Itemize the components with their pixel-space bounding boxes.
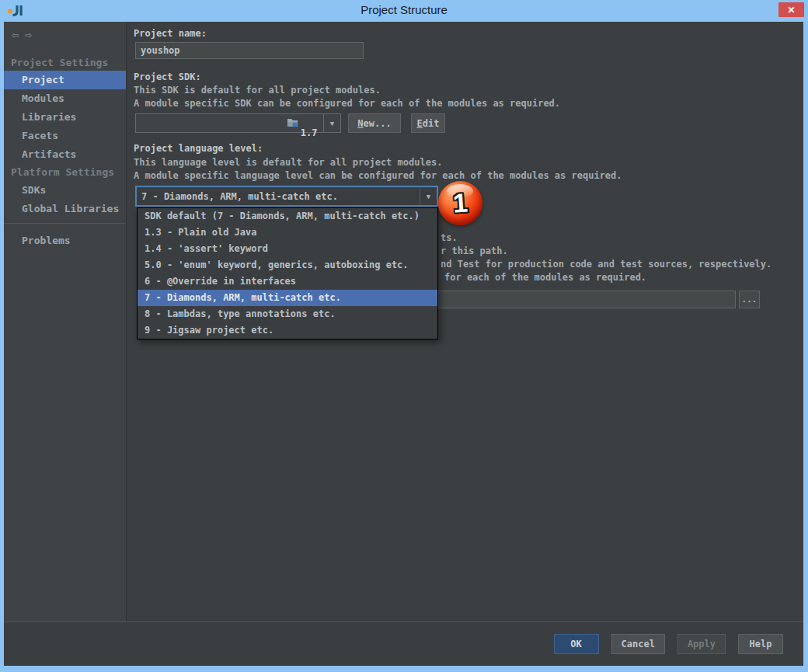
sdk-combo-version: 1.7: [301, 127, 318, 138]
compiler-output-fragment-2: r this path.: [441, 245, 508, 256]
sidebar-item-modules[interactable]: Modules: [4, 89, 126, 108]
sdk-folder-icon: [208, 106, 298, 141]
sidebar: ⇦⇨ Project Settings Project Modules Libr…: [4, 22, 127, 622]
dropdown-item-5-0[interactable]: 5.0 - 'enum' keyword, generics, autoboxi…: [138, 257, 437, 273]
ok-button[interactable]: OK: [554, 634, 599, 654]
compiler-output-fragment-1: ts.: [441, 232, 458, 243]
sidebar-header-project-settings: Project Settings: [4, 55, 126, 71]
titlebar: Project Structure ✕: [0, 0, 808, 22]
dropdown-item-1-4[interactable]: 1.4 - 'assert' keyword: [138, 241, 437, 257]
language-combo-arrow-icon[interactable]: ▼: [420, 187, 437, 205]
language-desc-line1: This language level is default for all p…: [134, 157, 442, 168]
sidebar-item-global-libraries[interactable]: Global Libraries: [4, 200, 126, 218]
sidebar-item-facets[interactable]: Facets: [4, 127, 126, 145]
window-title: Project Structure: [0, 3, 808, 16]
forward-arrow-icon[interactable]: ⇨: [25, 28, 38, 42]
help-button[interactable]: Help: [738, 634, 783, 654]
project-name-input[interactable]: [135, 42, 364, 59]
cancel-button[interactable]: Cancel: [611, 634, 665, 654]
main-panel: Project name: Project SDK: This SDK is d…: [127, 22, 803, 622]
annotation-badge-number: 1: [452, 187, 469, 218]
compiler-output-fragment-4: for each of the modules as required.: [444, 272, 646, 283]
back-arrow-icon[interactable]: ⇦: [12, 28, 25, 42]
footer-bar: OK Cancel Apply Help: [4, 622, 803, 666]
dropdown-item-8[interactable]: 8 - Lambdas, type annotations etc.: [138, 306, 437, 322]
sdk-desc-line1: This SDK is default for all project modu…: [134, 85, 381, 96]
sidebar-item-libraries[interactable]: Libraries: [4, 108, 126, 127]
dropdown-item-6[interactable]: 6 - @Override in interfaces: [138, 273, 437, 290]
close-icon[interactable]: ✕: [778, 2, 804, 17]
sidebar-header-platform-settings: Platform Settings: [4, 164, 126, 181]
language-level-label: Project language level:: [134, 143, 263, 154]
language-desc-line2: A module specific language level can be …: [134, 170, 622, 181]
dropdown-item-9[interactable]: 9 - Jigsaw project etc.: [138, 322, 437, 339]
project-name-label: Project name:: [134, 28, 207, 39]
project-sdk-label: Project SDK:: [134, 71, 201, 82]
sdk-combo[interactable]: 1.7 (java version "1.7.0_21") ▼: [135, 113, 341, 133]
apply-button[interactable]: Apply: [677, 634, 726, 654]
sdk-edit-button[interactable]: Edit: [411, 113, 445, 133]
dropdown-item-7-selected[interactable]: 7 - Diamonds, ARM, multi-catch etc.: [138, 290, 437, 306]
compiler-output-fragment-3: nd Test for production code and test sou…: [441, 259, 771, 270]
annotation-badge: 1: [438, 181, 482, 225]
sidebar-item-artifacts[interactable]: Artifacts: [4, 145, 126, 164]
dropdown-item-1-3[interactable]: 1.3 - Plain old Java: [138, 225, 437, 241]
browse-button[interactable]: ...: [739, 291, 760, 308]
language-level-dropdown: SDK default (7 - Diamonds, ARM, multi-ca…: [137, 207, 438, 339]
sdk-new-button[interactable]: New...: [348, 113, 401, 133]
sidebar-item-problems[interactable]: Problems: [4, 232, 126, 250]
sidebar-divider: [4, 223, 126, 224]
language-level-combo[interactable]: 7 - Diamonds, ARM, multi-catch etc. ▼: [135, 186, 438, 207]
sidebar-item-sdks[interactable]: SDKs: [4, 181, 126, 200]
dropdown-item-sdk-default[interactable]: SDK default (7 - Diamonds, ARM, multi-ca…: [138, 208, 437, 225]
project-structure-window: Project Structure ✕ ⇦⇨ Project Settings …: [0, 0, 808, 672]
sidebar-item-project[interactable]: Project: [4, 71, 126, 89]
language-combo-value: 7 - Diamonds, ARM, multi-catch etc.: [137, 191, 420, 202]
sdk-combo-detail: (java version "1.7.0_21"): [318, 127, 323, 138]
sdk-combo-arrow-icon[interactable]: ▼: [323, 114, 340, 132]
